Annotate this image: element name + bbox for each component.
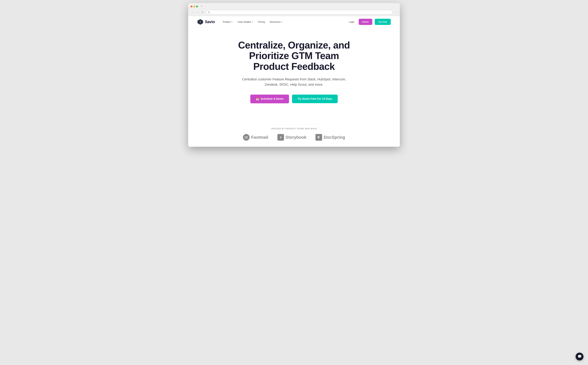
docspring-name: DocSpring [324, 135, 345, 140]
forward-button[interactable]: → [196, 10, 200, 14]
calendar-icon: 📅 [256, 97, 259, 101]
hero-title: Centralize, Organize, and Prioritize GTM… [232, 40, 356, 72]
schedule-demo-button[interactable]: 📅 Schedule A Demo [250, 95, 289, 103]
storybook-logo: S Storybook [277, 134, 306, 141]
nav-item-product[interactable]: Product ▼ [221, 19, 234, 24]
navbar: Savio Product ▼ Case Studies ▼ Pricing R… [188, 16, 400, 28]
chevron-down-icon: ▼ [252, 21, 253, 23]
address-bar[interactable]: 🔍 [206, 10, 392, 14]
login-button[interactable]: Login [347, 19, 356, 24]
back-button[interactable]: ← [191, 10, 195, 14]
refresh-button[interactable]: ↻ [201, 10, 205, 14]
try-free-button[interactable]: Try Free [375, 19, 391, 25]
fastmail-icon [243, 134, 249, 141]
nav-product-label: Product [223, 21, 231, 23]
chat-icon: 💬 [578, 355, 582, 358]
hero-cta: 📅 Schedule A Demo Try Savio Free For 14 … [232, 95, 356, 103]
browser-toolbar: ← → ↻ 🔍 ··· [188, 9, 400, 16]
demo-button[interactable]: Demo [359, 19, 372, 25]
nav-pricing-label: Pricing [258, 21, 265, 23]
hero-section: Centralize, Organize, and Prioritize GTM… [226, 28, 362, 125]
maximize-button[interactable] [196, 6, 198, 7]
new-tab-button[interactable]: + [201, 5, 203, 8]
browser-titlebar: + [188, 3, 400, 9]
nav-case-studies-label: Case Studies [237, 21, 251, 23]
browser-chrome: + ← → ↻ 🔍 ··· [188, 3, 400, 16]
minimize-button[interactable] [193, 6, 195, 7]
nav-links: Product ▼ Case Studies ▼ Pricing Resourc… [221, 19, 347, 24]
nav-item-resources[interactable]: Resources ▼ [268, 19, 284, 24]
fastmail-logo: Fastmail [243, 134, 268, 141]
nav-item-case-studies[interactable]: Case Studies ▼ [236, 19, 255, 24]
browser-window: + ← → ↻ 🔍 ··· Savio [188, 3, 400, 147]
nav-item-pricing[interactable]: Pricing [256, 19, 267, 24]
logo-link[interactable]: Savio [197, 19, 215, 25]
savio-logo-icon [197, 19, 203, 25]
docspring-logo: DocSpring [315, 134, 345, 141]
schedule-demo-label: Schedule A Demo [261, 97, 283, 100]
page-content: Savio Product ▼ Case Studies ▼ Pricing R… [188, 16, 400, 147]
nav-auth: Login Demo Try Free [347, 19, 391, 25]
svg-point-2 [200, 21, 201, 22]
trusted-label: TRUSTED BY PRODUCT TEAMS WHO MAKE [194, 128, 394, 130]
search-icon: 🔍 [208, 11, 210, 13]
close-button[interactable] [191, 6, 192, 7]
chat-widget[interactable]: 💬 [576, 353, 583, 360]
storybook-name: Storybook [285, 135, 306, 140]
chevron-down-icon: ▼ [231, 21, 233, 23]
svg-text:S: S [280, 136, 282, 139]
fastmail-name: Fastmail [251, 135, 268, 140]
try-savio-button[interactable]: Try Savio Free For 14 Days [292, 95, 338, 103]
storybook-icon: S [277, 134, 284, 141]
hero-subtitle: Centralize customer Feature Requests fro… [241, 77, 347, 87]
trusted-section: TRUSTED BY PRODUCT TEAMS WHO MAKE Fastma… [188, 125, 400, 147]
more-options-button[interactable]: ··· [394, 10, 397, 14]
traffic-lights [191, 6, 198, 7]
nav-resources-label: Resources [270, 21, 281, 23]
logo-text: Savio [205, 20, 215, 24]
docspring-icon [315, 134, 322, 141]
trusted-logos: Fastmail S Storybook [194, 134, 394, 141]
chevron-down-icon: ▼ [281, 21, 283, 23]
